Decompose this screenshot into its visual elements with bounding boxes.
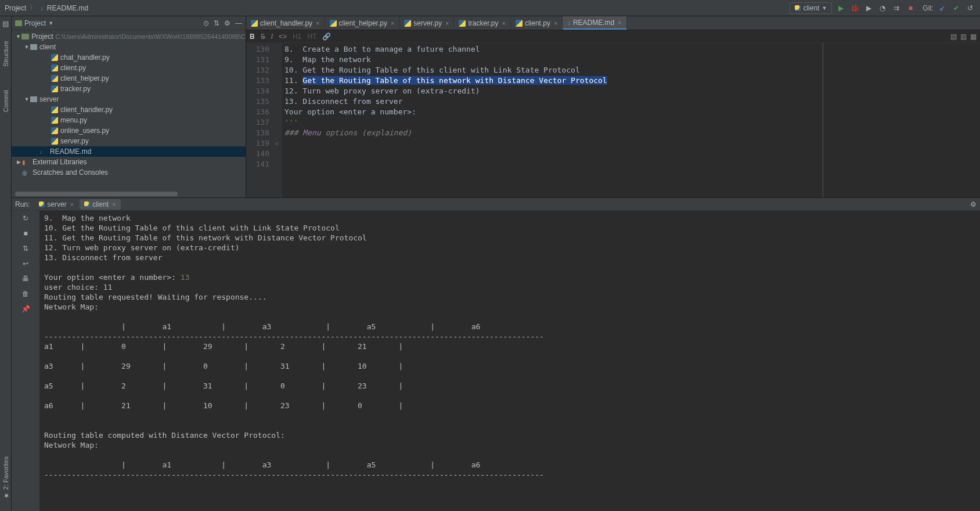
run-tab-server[interactable]: server× — [34, 199, 78, 210]
tree-external-libs[interactable]: ▶▮External Libraries — [12, 157, 246, 167]
breadcrumb-project[interactable]: Project — [5, 4, 26, 12]
strikethrough-button[interactable]: S̶ — [261, 33, 265, 41]
layout-button[interactable]: ⇅ — [20, 243, 31, 254]
run-button[interactable]: ▶ — [835, 3, 846, 13]
close-icon[interactable]: × — [391, 20, 394, 27]
delete-button[interactable]: 🗑 — [20, 289, 31, 299]
breadcrumb-sep: 〉 — [30, 3, 37, 13]
tab-tracker[interactable]: tracker.py× — [454, 16, 510, 30]
tree-folder-client[interactable]: ▼ client — [12, 42, 246, 52]
editor-body[interactable]: 130131132133134135136137138139140141 ⊟ 8… — [246, 43, 980, 197]
expand-icon[interactable]: ▼ — [23, 96, 30, 102]
fold-gutter: ⊟ — [275, 43, 282, 197]
python-icon — [51, 64, 58, 71]
view-split-icon[interactable]: ▥ — [960, 33, 967, 41]
bold-button[interactable]: B — [250, 33, 255, 41]
structure-tool[interactable]: Structure — [2, 41, 9, 67]
editor-tabs: client_handler.py× client_helper.py× ser… — [246, 16, 980, 30]
chevron-down-icon: ▼ — [48, 20, 53, 26]
ht-button[interactable]: HT — [307, 33, 316, 41]
markdown-toolbar: B S̶ I <> H1 HT 🔗 ▤ ▥ ▦ — [246, 30, 980, 43]
code-content[interactable]: 8. Create a Bot to manage a future chann… — [282, 43, 823, 197]
folder-icon — [30, 44, 37, 50]
code-button[interactable]: <> — [279, 33, 287, 41]
stop-button[interactable]: ■ — [905, 3, 916, 13]
top-bar: Project 〉 ↓ README.md client ▼ ▶ 🐞 ▶ ◔ ⇉… — [0, 0, 980, 16]
commit-tool[interactable]: Commit — [2, 90, 9, 112]
tab-server[interactable]: server.py× — [399, 16, 454, 30]
stop-button[interactable]: ■ — [20, 228, 31, 239]
close-icon[interactable]: × — [112, 201, 116, 208]
python-icon — [51, 85, 58, 92]
folder-icon — [15, 20, 22, 26]
tree-scratches[interactable]: ◎Scratches and Consoles — [12, 167, 246, 178]
python-icon — [51, 127, 58, 134]
git-update-icon[interactable]: ↙ — [937, 3, 947, 13]
pin-button[interactable]: 📌 — [20, 304, 31, 314]
tree-file[interactable]: server.py — [12, 136, 246, 146]
tree-folder-server[interactable]: ▼ server — [12, 94, 246, 105]
console-output[interactable]: 9. Map the network10. Get the Routing Ta… — [39, 211, 980, 511]
tree-file[interactable]: client_helper.py — [12, 73, 246, 84]
expand-icon[interactable]: ▼ — [23, 44, 30, 50]
tree-file[interactable]: client_handler.py — [12, 105, 246, 115]
h1-button[interactable]: H1 — [293, 33, 301, 41]
markdown-icon: ↓ — [567, 19, 571, 26]
settings-icon[interactable]: ⚙ — [224, 19, 230, 27]
tree-file[interactable]: tracker.py — [12, 84, 246, 94]
run-config-selector[interactable]: client ▼ — [790, 2, 832, 14]
expand-all-icon[interactable]: ⇅ — [214, 19, 219, 27]
python-icon — [795, 5, 801, 11]
project-tool-icon[interactable]: ▤ — [1, 19, 11, 29]
view-preview-icon[interactable]: ▦ — [970, 33, 977, 41]
project-selector[interactable]: Project ▼ — [15, 19, 53, 27]
tree-path: C:\Users\Administrator\Documents\WXWork\… — [55, 33, 246, 40]
tree-file[interactable]: menu.py — [12, 115, 246, 125]
select-opened-file-icon[interactable]: ⊙ — [203, 19, 209, 27]
coverage-button[interactable]: ▶ — [863, 3, 874, 13]
tab-client-helper[interactable]: client_helper.py× — [325, 16, 400, 30]
close-icon[interactable]: × — [618, 19, 621, 26]
attach-button[interactable]: ⇉ — [891, 3, 902, 13]
close-icon[interactable]: × — [502, 20, 506, 27]
italic-button[interactable]: I — [271, 33, 273, 41]
close-icon[interactable]: × — [554, 20, 557, 27]
favorites-tool[interactable]: ★ 2: Favorites — [2, 456, 9, 499]
close-icon[interactable]: × — [316, 20, 319, 27]
rerun-button[interactable]: ↻ — [20, 213, 31, 224]
folder-icon — [30, 96, 37, 102]
breadcrumb-file[interactable]: README.md — [47, 4, 88, 12]
tree-file-readme[interactable]: ↓README.md — [12, 146, 246, 157]
tab-readme[interactable]: ↓README.md× — [563, 16, 626, 30]
python-icon — [39, 201, 45, 207]
tab-client[interactable]: client.py× — [511, 16, 563, 30]
debug-button[interactable]: 🐞 — [849, 3, 860, 13]
run-tab-client[interactable]: client× — [80, 199, 120, 210]
close-icon[interactable]: × — [70, 201, 74, 208]
git-history-icon[interactable]: ↺ — [965, 3, 975, 13]
tree-file[interactable]: online_users.py — [12, 125, 246, 136]
left-tool-strip: ▤ Structure Commit ★ 2: Favorites — [0, 16, 12, 511]
print-button[interactable]: 🖶 — [20, 274, 31, 284]
run-side-toolbar: ↻ ■ ⇅ ↩ 🖶 🗑 📌 — [12, 211, 39, 511]
tree-root[interactable]: ▼ Project C:\Users\Administrator\Documen… — [12, 31, 246, 42]
settings-icon[interactable]: ⚙ — [970, 200, 977, 208]
close-icon[interactable]: × — [445, 20, 449, 27]
expand-icon[interactable]: ▶ — [15, 159, 22, 165]
hide-pane-icon[interactable]: — — [235, 19, 242, 27]
tree-label: Project — [31, 33, 53, 41]
link-button[interactable]: 🔗 — [322, 33, 331, 41]
tree-file[interactable]: chat_handler.py — [12, 52, 246, 63]
horizontal-scrollbar[interactable] — [12, 192, 246, 197]
expand-icon[interactable]: ▼ — [15, 34, 21, 39]
tab-client-handler[interactable]: client_handler.py× — [246, 16, 325, 30]
tree-file[interactable]: client.py — [12, 63, 246, 73]
view-editor-icon[interactable]: ▤ — [950, 33, 957, 41]
python-icon — [51, 117, 58, 124]
breadcrumb: Project 〉 ↓ README.md — [5, 3, 88, 13]
markdown-icon: ↓ — [39, 149, 48, 155]
line-number-gutter: 130131132133134135136137138139140141 — [246, 43, 275, 197]
git-commit-icon[interactable]: ✔ — [951, 3, 961, 13]
soft-wrap-button[interactable]: ↩ — [20, 258, 31, 269]
profile-button[interactable]: ◔ — [877, 3, 888, 13]
